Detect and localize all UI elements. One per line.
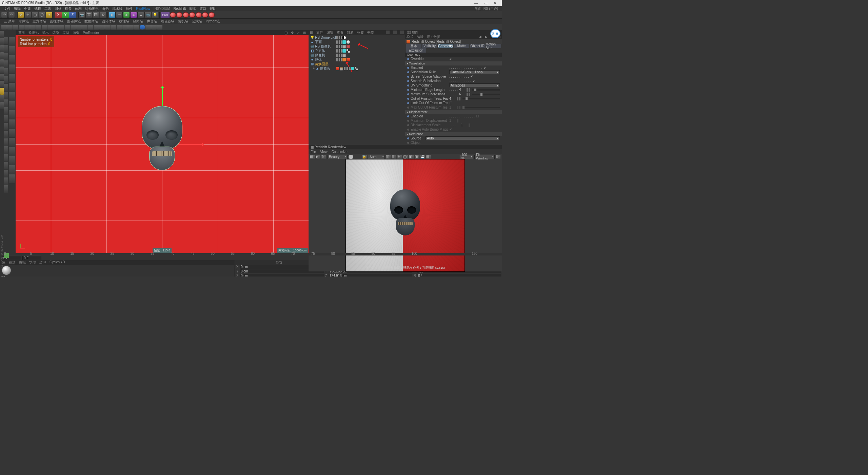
rv-aov-select[interactable]: Beauty: [327, 155, 348, 159]
field-sound[interactable]: 声音域: [145, 19, 159, 24]
field-radial[interactable]: 径向域: [131, 19, 145, 24]
rv-render-button[interactable]: ▦: [310, 155, 315, 159]
menu-help[interactable]: 帮助: [208, 6, 218, 11]
axis-y-toggle[interactable]: Y: [62, 12, 69, 18]
field-python[interactable]: Python域: [204, 19, 221, 24]
render-view-button[interactable]: 📷: [78, 12, 85, 18]
field-cone[interactable]: 圆锥体域: [65, 19, 82, 24]
rv-region-button[interactable]: ◫: [386, 155, 391, 159]
mat-texture[interactable]: 纹理: [39, 260, 46, 265]
spline-button[interactable]: 〰: [116, 12, 123, 18]
dockb-1[interactable]: [9, 37, 15, 46]
render-region-button[interactable]: 🎬: [85, 12, 92, 18]
object-row-4[interactable]: 📹摄像机▦: [309, 53, 405, 57]
vp-nav-2[interactable]: ✥: [291, 31, 294, 35]
menu-character[interactable]: 角色: [100, 6, 111, 11]
am-back[interactable]: ◀: [479, 35, 481, 39]
object-row-7[interactable]: └ ▲骷髅头▦: [309, 66, 405, 71]
rv-save-button[interactable]: 💾: [420, 155, 425, 159]
rv-snapshot-button[interactable]: [349, 155, 353, 159]
rv-camera-select[interactable]: Auto: [368, 155, 385, 159]
eff-12[interactable]: [65, 25, 70, 30]
dockb-10[interactable]: [9, 119, 15, 128]
eff-17[interactable]: [94, 25, 99, 30]
field-random[interactable]: 随机域: [176, 19, 190, 24]
object-row-5[interactable]: ●球体: [309, 57, 405, 62]
rv-bucket-button[interactable]: ⊞: [392, 155, 396, 159]
axis-z-toggle[interactable]: Z: [69, 12, 76, 18]
render-settings-button[interactable]: ⚙: [100, 12, 106, 18]
move-tool[interactable]: ✛: [24, 12, 31, 18]
deformer-button[interactable]: ◈: [130, 12, 137, 18]
eff-24[interactable]: [134, 25, 139, 30]
record-button-2[interactable]: [176, 12, 182, 18]
menu-file[interactable]: 文件: [2, 6, 12, 11]
am-edit[interactable]: 编辑: [417, 35, 423, 39]
mat-edit[interactable]: 编辑: [19, 260, 26, 265]
dockb-4[interactable]: [9, 64, 15, 73]
section-displacement[interactable]: Displacement: [405, 110, 502, 114]
object-row-3[interactable]: ◧立方体: [309, 49, 405, 53]
dock-20[interactable]: [4, 185, 8, 193]
dock-18[interactable]: [4, 170, 8, 177]
dock-17[interactable]: [4, 162, 8, 169]
primitive-button[interactable]: ◧: [109, 12, 116, 18]
dock-4[interactable]: [4, 60, 8, 68]
dockb-8[interactable]: [9, 101, 15, 110]
menu-spline[interactable]: 样条: [63, 6, 73, 11]
eff-3[interactable]: [13, 25, 18, 30]
record-button-1[interactable]: [170, 12, 176, 18]
dock-16[interactable]: [4, 154, 8, 162]
mode-workplane[interactable]: [0, 81, 4, 88]
mode-point[interactable]: [0, 52, 4, 59]
field-shader[interactable]: 着色器域: [159, 19, 176, 24]
menu-redshift[interactable]: Redshift: [172, 7, 188, 11]
dockb-9[interactable]: [9, 110, 15, 119]
dock-14[interactable]: [4, 138, 8, 146]
dockb-16[interactable]: [9, 174, 15, 183]
mode-quantize[interactable]: [0, 95, 4, 102]
record-button-3[interactable]: [183, 12, 189, 18]
tab-basic[interactable]: 基本: [406, 44, 421, 48]
rv-picker-button[interactable]: ▣: [409, 155, 414, 159]
eff-28[interactable]: [157, 25, 162, 30]
eff-7[interactable]: [36, 25, 41, 30]
field-linear[interactable]: 线性域: [117, 19, 131, 24]
tab-visibility[interactable]: Visibility: [422, 44, 437, 48]
mode-edge[interactable]: [0, 59, 4, 66]
rv-circle-button[interactable]: ◯: [403, 155, 408, 159]
rv-settings-icon[interactable]: ⚙: [496, 155, 500, 159]
dockb-14[interactable]: [9, 156, 15, 165]
vm-prorender[interactable]: ProRender: [83, 31, 99, 35]
dock-19[interactable]: [4, 177, 8, 185]
mode-snap[interactable]: [0, 88, 4, 95]
field-torus[interactable]: 圆环体域: [100, 19, 117, 24]
tab-matte[interactable]: Matte: [454, 44, 469, 48]
am-mode[interactable]: 模式: [407, 35, 413, 39]
rv-fit-select[interactable]: Fit Window: [474, 155, 495, 159]
mode-model[interactable]: [0, 31, 4, 38]
mat-function[interactable]: 功能: [29, 260, 36, 265]
generator-button[interactable]: ◆: [123, 12, 130, 18]
rv-customize[interactable]: Customize: [332, 150, 348, 154]
dock-6[interactable]: [4, 76, 8, 83]
eff-1[interactable]: [1, 25, 7, 30]
close-button[interactable]: ✕: [490, 0, 500, 6]
rv-compare-button[interactable]: ◨: [415, 155, 419, 159]
tab-geometry[interactable]: Geometry: [438, 44, 453, 48]
menu-volume[interactable]: 体积: [73, 6, 83, 11]
om-file[interactable]: 文件: [316, 30, 323, 35]
dock-11[interactable]: [4, 115, 8, 122]
eff-18[interactable]: [99, 25, 105, 30]
dockb-6[interactable]: [9, 83, 15, 92]
om-eye-icon[interactable]: [393, 31, 397, 34]
layout-indicator[interactable]: 界面: RS (用户): [473, 6, 500, 11]
eff-14[interactable]: [76, 25, 82, 30]
tab-objectid[interactable]: Object ID: [470, 44, 485, 48]
menu-pipeline[interactable]: 流水线: [111, 6, 124, 11]
am-userdata[interactable]: 用户数据: [427, 35, 440, 39]
eff-2[interactable]: [7, 25, 13, 30]
timeline-ruler[interactable]: 0510152025303540455055606570758085909510…: [0, 253, 502, 255]
rv-view[interactable]: View: [320, 150, 328, 154]
psr-button[interactable]: PSR: [161, 12, 170, 18]
